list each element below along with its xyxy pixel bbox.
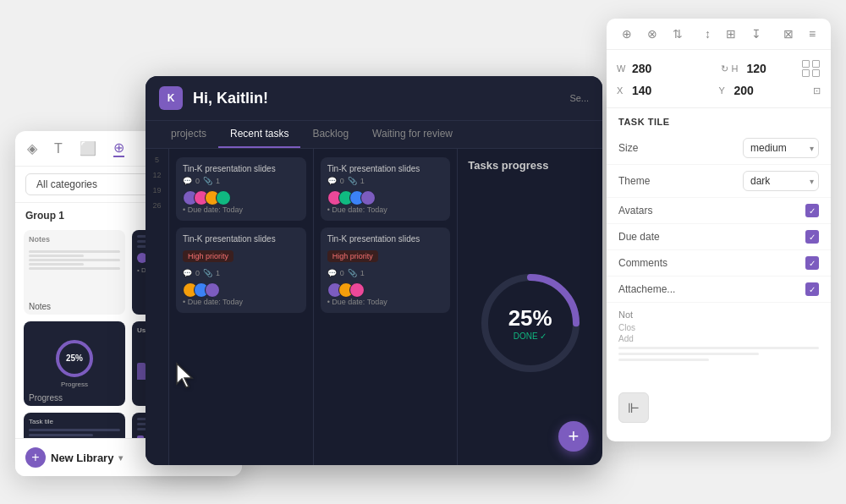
- h-value[interactable]: 120: [747, 62, 766, 75]
- task-title: Tin-K presentation slides: [327, 164, 444, 173]
- attach-icon: 📎: [203, 269, 212, 277]
- new-library-label: New Library: [51, 452, 113, 464]
- dashboard-tabs: projects Recent tasks Backlog Waiting fo…: [146, 121, 602, 149]
- size-select[interactable]: medium small large: [743, 138, 819, 158]
- h-label: H: [732, 63, 744, 74]
- item-label: Progress: [29, 393, 63, 403]
- dashboard-title: Hi, Kaitlin!: [193, 90, 569, 107]
- attachments-row: Attacheme... ✓: [607, 277, 831, 303]
- layout-icon[interactable]: ⊠: [779, 25, 798, 42]
- text-icon[interactable]: T: [54, 141, 63, 156]
- list-item[interactable]: Task tile High priority: [24, 413, 125, 438]
- theme-row: Theme dark light ▾: [607, 165, 831, 198]
- attachments-checkbox[interactable]: ✓: [805, 282, 819, 296]
- due-date-label: Due date: [618, 231, 805, 243]
- task-date: • Due date: Today: [327, 205, 444, 214]
- align-top-icon[interactable]: ⇅: [668, 25, 687, 42]
- tab-waiting-review[interactable]: Waiting for review: [360, 121, 464, 148]
- comments-checkbox[interactable]: ✓: [805, 256, 819, 270]
- drop-icon[interactable]: ◈: [27, 140, 37, 156]
- y-value[interactable]: 200: [734, 84, 754, 97]
- size-row: Size medium small large ▾: [607, 132, 831, 165]
- align-center-icon[interactable]: ⊕: [618, 25, 636, 42]
- table-icon[interactable]: ⊞: [827, 25, 831, 42]
- dashboard-logo: K: [159, 86, 183, 110]
- properties-panel: ⊹ ⊕ ⊗ ⇅ ↕ ⊞ ↧ ⊠ ≡ ⊞ W 280 ↻ H 120: [607, 19, 831, 441]
- size-label: Size: [618, 142, 743, 154]
- task-title: Tin-K presentation slides: [327, 234, 444, 244]
- avatars-checkbox[interactable]: ✓: [805, 204, 819, 217]
- dimensions-panel: W 280 ↻ H 120 X 140 Y 200 ⊡: [607, 50, 831, 108]
- distribute-h-icon[interactable]: ↕: [700, 25, 715, 42]
- properties-icon-button[interactable]: ⊩: [618, 392, 649, 423]
- task-tile-section-title: TASK TILE: [607, 108, 831, 132]
- x-value[interactable]: 140: [632, 84, 651, 97]
- sidebar-num-12: 12: [152, 171, 161, 179]
- align-right-icon[interactable]: ⊗: [643, 25, 662, 42]
- align-left-icon[interactable]: ⊹: [607, 25, 611, 42]
- comment-count: 0: [195, 177, 200, 185]
- width-row: W 280: [617, 57, 719, 80]
- theme-select-wrapper: dark light ▾: [743, 171, 819, 191]
- properties-toolbar: ⊹ ⊕ ⊗ ⇅ ↕ ⊞ ↧ ⊠ ≡ ⊞: [607, 19, 831, 50]
- component-icon[interactable]: ⊕: [113, 140, 124, 157]
- sidebar-num-19: 19: [152, 186, 161, 194]
- due-date-checkbox[interactable]: ✓: [805, 230, 819, 244]
- dashboard-main: Tin-K presentation slides 💬 0 📎 1: [169, 149, 602, 465]
- rotate-icon[interactable]: ↻: [721, 63, 728, 74]
- attach-count: 1: [360, 177, 365, 185]
- table-row[interactable]: Tin-K presentation slides High priority …: [321, 227, 451, 313]
- dashboard-header: K Hi, Kaitlin! Se...: [146, 76, 602, 121]
- comment-count: 0: [340, 177, 344, 185]
- task-date: • Due date: Today: [183, 205, 299, 214]
- dashboard-body: 5 12 19 26 Tin-K presentation slides 💬 0…: [146, 149, 602, 465]
- tab-backlog[interactable]: Backlog: [300, 121, 360, 148]
- new-library-button[interactable]: + New Library ▾: [25, 447, 123, 468]
- sidebar-num-5: 5: [155, 156, 159, 164]
- y-label: Y: [719, 85, 731, 96]
- search-label[interactable]: Se...: [569, 93, 589, 103]
- dashboard-panel: K Hi, Kaitlin! Se... projects Recent tas…: [146, 76, 602, 465]
- w-label: W: [617, 63, 629, 74]
- progress-chart: 25% DONE ✓: [471, 264, 590, 382]
- chevron-down-icon: ▾: [118, 453, 123, 463]
- comment-icon: 💬: [327, 177, 337, 185]
- size-select-wrapper: medium small large ▾: [743, 138, 819, 158]
- progress-title: Tasks progress: [468, 159, 548, 172]
- progress-circle: 25%: [56, 340, 93, 377]
- tab-recent-tasks[interactable]: Recent tasks: [218, 121, 300, 148]
- attach-count: 1: [360, 269, 365, 277]
- plus-icon: +: [25, 447, 46, 468]
- x-label: X: [617, 85, 629, 96]
- list-item[interactable]: 25% Progress Progress: [24, 321, 125, 406]
- avatars-row: Avatars ✓: [607, 198, 831, 224]
- attach-icon: 📎: [348, 269, 357, 277]
- theme-label: Theme: [618, 175, 743, 187]
- attach-icon: 📎: [203, 177, 212, 185]
- notes-section: Not Clos Add: [607, 303, 831, 368]
- height-row: ↻ H 120: [719, 57, 821, 80]
- image-icon[interactable]: ⬜: [80, 140, 96, 156]
- comment-icon: 💬: [183, 177, 192, 185]
- group-icon[interactable]: ↧: [747, 25, 766, 42]
- comments-row: Comments ✓: [607, 250, 831, 277]
- list-item[interactable]: Notes Notes: [24, 230, 125, 315]
- item-label: Notes: [29, 302, 51, 311]
- tab-projects[interactable]: projects: [159, 121, 218, 148]
- task-title: Tin-K presentation slides: [183, 164, 299, 173]
- distribute-v-icon[interactable]: ⊞: [722, 25, 740, 42]
- constrain-icon[interactable]: ⊡: [813, 85, 821, 96]
- grid-icon[interactable]: ≡: [805, 25, 820, 42]
- theme-select[interactable]: dark light: [743, 171, 819, 191]
- priority-tag: High priority: [327, 250, 378, 262]
- w-value[interactable]: 280: [632, 62, 651, 75]
- table-row[interactable]: Tin-K presentation slides 💬 0 📎 1: [321, 157, 451, 221]
- attach-count: 1: [216, 177, 220, 185]
- priority-tag: High priority: [183, 250, 233, 262]
- comment-count: 0: [340, 269, 344, 277]
- table-row[interactable]: Tin-K presentation slides High priority …: [176, 227, 306, 313]
- task-columns: Tin-K presentation slides 💬 0 📎 1: [169, 149, 602, 465]
- table-row[interactable]: Tin-K presentation slides 💬 0 📎 1: [176, 157, 306, 221]
- attachments-label: Attacheme...: [618, 283, 805, 295]
- add-task-button[interactable]: +: [558, 421, 589, 452]
